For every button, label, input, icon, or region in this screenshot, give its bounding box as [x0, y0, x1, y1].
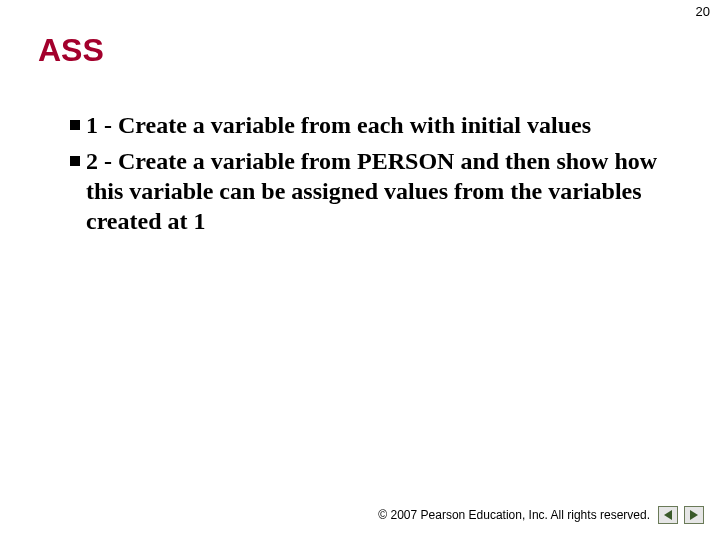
- page-number: 20: [696, 4, 710, 19]
- slide-title: ASS: [38, 32, 104, 69]
- copyright-text: © 2007 Pearson Education, Inc. All right…: [378, 508, 650, 522]
- triangle-left-icon: [664, 510, 672, 520]
- list-item: 2 - Create a variable from PERSON and th…: [70, 146, 670, 236]
- square-bullet-icon: [70, 120, 80, 130]
- prev-button[interactable]: [658, 506, 678, 524]
- square-bullet-icon: [70, 156, 80, 166]
- list-item: 1 - Create a variable from each with ini…: [70, 110, 670, 140]
- list-item-text: 1 - Create a variable from each with ini…: [86, 110, 591, 140]
- slide-body: 1 - Create a variable from each with ini…: [70, 110, 670, 242]
- nav-buttons: [658, 506, 704, 524]
- footer: © 2007 Pearson Education, Inc. All right…: [378, 506, 704, 524]
- next-button[interactable]: [684, 506, 704, 524]
- list-item-text: 2 - Create a variable from PERSON and th…: [86, 146, 670, 236]
- triangle-right-icon: [690, 510, 698, 520]
